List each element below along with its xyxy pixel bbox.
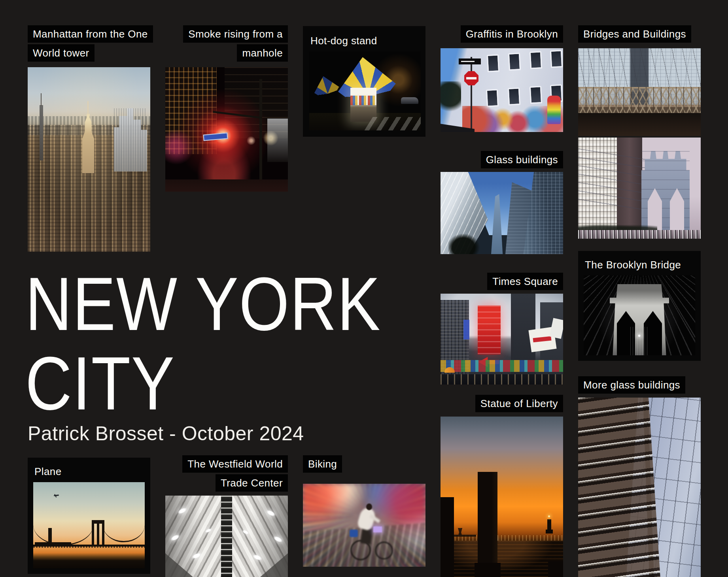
window-art bbox=[508, 87, 520, 106]
caption-hotdog: Hot-dog stand bbox=[309, 32, 419, 51]
window-art bbox=[487, 54, 499, 72]
caption-smoke-line1: Smoke rising from a bbox=[183, 25, 288, 43]
caption-biking: Biking bbox=[303, 455, 342, 473]
water-art bbox=[441, 541, 563, 577]
photo-manhattan-skyline bbox=[28, 67, 150, 252]
tree-silhouette bbox=[441, 81, 461, 119]
caption-bridges: Bridges and Buildings bbox=[578, 25, 691, 43]
sign-pole-art bbox=[471, 57, 472, 132]
lamp-glow bbox=[637, 334, 641, 338]
caption-graffiti: Graffitis in Brooklyn bbox=[461, 25, 563, 43]
caption-statue: Statue of Liberty bbox=[475, 395, 563, 412]
photo-times-square bbox=[441, 294, 563, 385]
caption-manhattan-line1: Manhattan from the One bbox=[28, 25, 153, 43]
texture-layer bbox=[630, 327, 649, 355]
photo-bridge-deck bbox=[578, 48, 701, 136]
billboard-art bbox=[463, 320, 469, 339]
page-title-line2: CITY bbox=[25, 343, 381, 423]
caption-more-glass: More glass buildings bbox=[578, 376, 685, 394]
balcony-facade-art bbox=[578, 398, 662, 577]
card-hotdog: Hot-dog stand bbox=[303, 26, 425, 137]
page-title: NEW YORK CITY bbox=[25, 264, 381, 423]
window-art bbox=[550, 50, 563, 68]
photo-smoke-manhole bbox=[165, 67, 288, 192]
torch-glow bbox=[548, 515, 550, 517]
pillar-silhouette bbox=[441, 497, 454, 577]
texture-layer bbox=[33, 547, 145, 548]
rainbow-figure-art bbox=[547, 96, 561, 124]
texture-layer bbox=[87, 101, 89, 115]
red-billboard-art bbox=[478, 305, 501, 354]
page-title-line1: NEW YORK bbox=[25, 264, 381, 343]
crosswalk-art bbox=[364, 117, 421, 130]
caption-plane: Plane bbox=[33, 463, 145, 482]
car-silhouette bbox=[401, 97, 418, 104]
window-art bbox=[486, 89, 499, 107]
caption-manhattan-line2: World tower bbox=[28, 44, 95, 62]
thin-tower-silhouette bbox=[40, 105, 43, 160]
texture-layer bbox=[165, 179, 288, 192]
traffic-pole-art bbox=[259, 79, 262, 182]
texture-layer bbox=[373, 526, 382, 532]
pillar-silhouette bbox=[548, 561, 563, 577]
caption-glass: Glass buildings bbox=[481, 151, 563, 168]
photo-manhattan-bridge bbox=[578, 138, 701, 239]
bridge-tower-silhouette bbox=[92, 520, 104, 546]
window-art bbox=[508, 53, 521, 71]
bike-wheel-art bbox=[375, 541, 393, 560]
author-byline: Patrick Brosset - October 2024 bbox=[28, 422, 304, 445]
crowd-silhouette bbox=[441, 374, 563, 385]
texture-layer bbox=[546, 530, 553, 534]
texture-layer bbox=[578, 230, 701, 239]
pillar-silhouette bbox=[478, 472, 497, 577]
photo-plane-sunset bbox=[33, 482, 145, 568]
photo-brooklyn-bridge-night bbox=[584, 275, 695, 355]
bridge-truss-art bbox=[578, 87, 701, 113]
texture-layer bbox=[475, 563, 501, 577]
photo-glass-buildings bbox=[441, 172, 563, 254]
screens-strip-art bbox=[441, 360, 563, 372]
texture-layer bbox=[114, 108, 147, 172]
photo-statue-of-liberty-sunset bbox=[441, 417, 563, 577]
texture-layer bbox=[41, 93, 42, 106]
texture-layer bbox=[267, 119, 288, 162]
photo-oculus-interior bbox=[165, 496, 288, 577]
texture-layer bbox=[350, 96, 376, 105]
window-art bbox=[529, 51, 542, 69]
statue-silhouette bbox=[547, 519, 551, 530]
photo-biking-motion bbox=[303, 484, 425, 567]
umbrella-art bbox=[310, 73, 341, 97]
caption-times-square: Times Square bbox=[487, 273, 563, 290]
photo-brooklyn-graffiti bbox=[441, 48, 563, 132]
card-plane: Plane bbox=[28, 458, 150, 574]
gallery-page: Manhattan from the One World tower NEW Y… bbox=[0, 0, 728, 577]
caption-brooklyn-bridge: The Brooklyn Bridge bbox=[584, 256, 695, 275]
texture-layer bbox=[466, 77, 477, 79]
texture-layer bbox=[92, 520, 104, 524]
foliage-silhouette bbox=[448, 232, 482, 254]
texture-layer bbox=[350, 530, 358, 537]
caption-westfield-line1: The Westfield World bbox=[182, 455, 288, 473]
texture-layer bbox=[366, 503, 372, 510]
skylight-art bbox=[221, 496, 232, 577]
texture-layer bbox=[461, 61, 475, 62]
bridge-cable-art bbox=[103, 525, 145, 542]
texture-layer bbox=[54, 493, 58, 498]
photo-glass-facade bbox=[578, 398, 701, 577]
photo-hotdog-stand bbox=[309, 51, 421, 130]
caption-smoke-line2: manhole bbox=[237, 44, 288, 62]
caption-westfield-line2: Trade Center bbox=[216, 474, 288, 492]
card-brooklyn-bridge: The Brooklyn Bridge bbox=[578, 251, 701, 361]
window-art bbox=[529, 86, 542, 104]
